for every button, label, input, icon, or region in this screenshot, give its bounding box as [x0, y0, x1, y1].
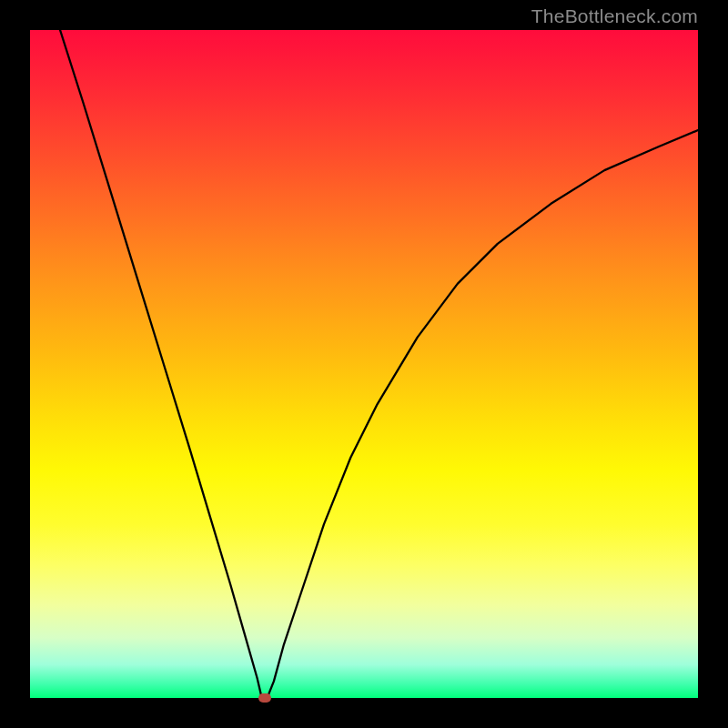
optimal-marker — [258, 693, 271, 703]
bottleneck-curve — [30, 30, 698, 698]
plot-area — [30, 30, 698, 698]
watermark-text: TheBottleneck.com — [531, 5, 698, 27]
chart-frame: TheBottleneck.com — [0, 0, 728, 728]
